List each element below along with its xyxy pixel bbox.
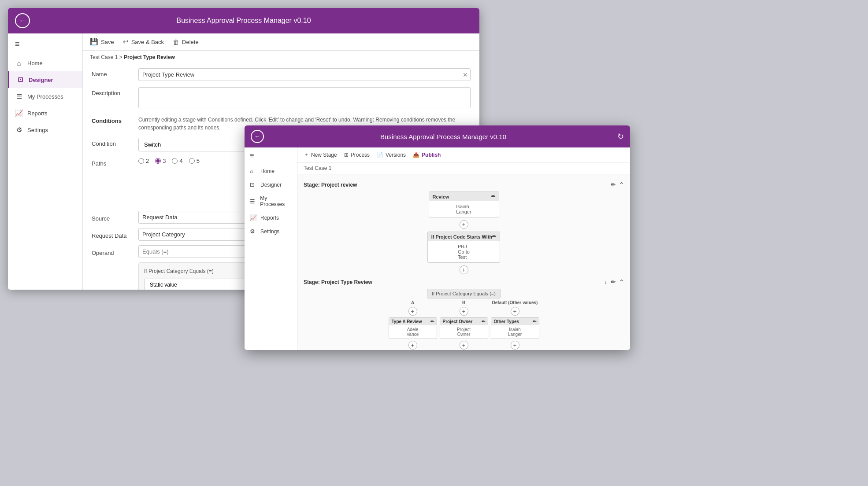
win2-reports-icon: 📈 xyxy=(250,214,257,221)
if-project-code-edit-icon[interactable]: ✏ xyxy=(492,234,496,239)
save-back-button[interactable]: ↩ Save & Back xyxy=(123,38,164,46)
home-icon: ⌂ xyxy=(15,59,23,67)
win2-sidebar-settings[interactable]: ⚙ Settings xyxy=(245,225,297,238)
path-radio-3-input[interactable] xyxy=(155,158,161,164)
switch-path-a: A + Type A Review ✏ AdeleVance xyxy=(389,300,437,350)
win2-designer-icon: ⊡ xyxy=(250,181,257,188)
path-radio-2[interactable]: 2 xyxy=(138,158,149,164)
win2-sidebar: ≡ ⌂ Home ⊡ Designer ☰ My Processes 📈 Rep… xyxy=(245,147,297,350)
plus-btn-path-default[interactable]: + xyxy=(511,307,519,316)
plus-btn-path-a-bottom[interactable]: + xyxy=(408,341,417,350)
versions-icon: 📄 xyxy=(377,152,383,158)
type-a-review-title: Type A Review xyxy=(392,319,422,324)
project-owner-person: ProjectOwner xyxy=(457,327,471,337)
win2-toolbar: ＋ New Stage ⊞ Process 📄 Versions 📤 Publi… xyxy=(297,147,630,162)
switch-condition-top: If Project Category Equals (=) xyxy=(304,289,624,298)
path-radio-5[interactable]: 5 xyxy=(189,158,200,164)
plus-btn-after-if[interactable]: + xyxy=(460,265,468,274)
save-label: Save xyxy=(101,39,114,45)
sidebar-menu-icon[interactable]: ≡ xyxy=(8,33,82,55)
switch-paths-container: A + Type A Review ✏ AdeleVance xyxy=(304,300,624,350)
other-types-edit-icon[interactable]: ✏ xyxy=(533,319,536,324)
if-project-code-card: If Project Code Starts With ✏ PRJGo toTe… xyxy=(427,232,501,263)
win2-sidebar-myprocesses[interactable]: ☰ My Processes xyxy=(245,191,297,211)
path-radio-4-input[interactable] xyxy=(172,158,178,164)
sidebar-item-settings[interactable]: ⚙ Settings xyxy=(8,122,82,138)
reports-icon: 📈 xyxy=(15,109,23,117)
publish-button[interactable]: 📤 Publish xyxy=(413,152,441,158)
refresh-icon[interactable]: ↻ xyxy=(617,132,624,141)
other-types-header: Other Types ✏ xyxy=(491,318,539,325)
plus-btn-path-b[interactable]: + xyxy=(460,307,468,316)
win2-home-label: Home xyxy=(260,168,274,174)
publish-label: Publish xyxy=(422,152,441,158)
other-types-person: IsaiahLanger xyxy=(508,327,522,337)
plus-btn-path-a[interactable]: + xyxy=(408,307,417,316)
other-types-title: Other Types xyxy=(494,319,519,324)
source-label: Source xyxy=(92,213,131,222)
edit-icon-review[interactable]: ✏ xyxy=(611,181,616,188)
delete-label: Delete xyxy=(182,39,199,45)
name-clear-icon[interactable]: ✕ xyxy=(463,71,468,78)
path-radio-5-input[interactable] xyxy=(189,158,195,164)
down-icon-ptr[interactable]: ↓ xyxy=(605,279,608,285)
win2-sidebar-reports[interactable]: 📈 Reports xyxy=(245,211,297,225)
save-button[interactable]: 💾 Save xyxy=(90,38,114,46)
path-radio-4[interactable]: 4 xyxy=(172,158,182,164)
delete-button[interactable]: 🗑 Delete xyxy=(173,38,199,46)
breadcrumb: Test Case 1 > Project Type Review xyxy=(83,51,479,64)
sidebar-item-reports[interactable]: 📈 Reports xyxy=(8,105,82,122)
path-radio-2-input[interactable] xyxy=(138,158,144,164)
delete-icon: 🗑 xyxy=(173,38,179,46)
win2-canvas[interactable]: Stage: Project review ✏ ⌃ Review ✏ Isaia… xyxy=(297,174,630,350)
name-input[interactable] xyxy=(138,68,471,81)
breadcrumb-current: Project Type Review xyxy=(124,54,175,60)
publish-icon: 📤 xyxy=(413,152,419,158)
process-icon: ⊞ xyxy=(344,152,349,158)
sidebar-item-myprocesses[interactable]: ☰ My Processes xyxy=(8,88,82,105)
sidebar-myprocesses-label: My Processes xyxy=(27,93,63,100)
path-2-label: 2 xyxy=(146,158,149,164)
expand-icon-review[interactable]: ⌃ xyxy=(619,181,624,188)
win2-sidebar-home[interactable]: ⌂ Home xyxy=(245,164,297,178)
stage-ptr-actions: ↓ ✏ ⌃ xyxy=(605,279,624,285)
plus-btn-path-b-bottom[interactable]: + xyxy=(460,341,468,350)
path-b-label: B xyxy=(462,300,465,305)
win2-settings-icon: ⚙ xyxy=(250,228,257,235)
type-a-person: AdeleVance xyxy=(407,327,419,337)
project-owner-edit-icon[interactable]: ✏ xyxy=(482,319,485,324)
if-project-code-header: If Project Code Starts With ✏ xyxy=(428,232,500,241)
process-button[interactable]: ⊞ Process xyxy=(344,152,370,158)
win2-settings-label: Settings xyxy=(260,228,279,235)
win2-back-button[interactable]: ← xyxy=(251,130,264,143)
description-input-wrap xyxy=(138,87,471,110)
new-stage-label: New Stage xyxy=(311,152,337,158)
win2-sidebar-designer[interactable]: ⊡ Designer xyxy=(245,178,297,191)
win1-back-button[interactable]: ← xyxy=(15,13,30,28)
win2-home-icon: ⌂ xyxy=(250,168,257,174)
expand-icon-ptr[interactable]: ⌃ xyxy=(619,279,624,285)
type-a-review-node: Type A Review ✏ AdeleVance xyxy=(389,317,437,339)
plus-btn-path-default-bottom[interactable]: + xyxy=(511,341,519,350)
operand-label: Operand xyxy=(92,247,131,256)
win2-menu-icon[interactable]: ≡ xyxy=(245,147,297,164)
sidebar-item-home[interactable]: ⌂ Home xyxy=(8,55,82,71)
process-label: Process xyxy=(351,152,370,158)
review-node-edit-icon[interactable]: ✏ xyxy=(491,194,495,199)
conditions-label: Conditions xyxy=(92,116,131,124)
description-textarea[interactable] xyxy=(138,87,471,108)
sidebar-item-designer[interactable]: ⊡ Designer xyxy=(8,71,82,88)
review-node-person: IsaiahLanger xyxy=(456,204,471,214)
sidebar-designer-label: Designer xyxy=(29,77,53,83)
new-stage-icon: ＋ xyxy=(304,151,309,158)
path-5-label: 5 xyxy=(197,158,200,164)
type-a-edit-icon[interactable]: ✏ xyxy=(430,319,434,324)
versions-button[interactable]: 📄 Versions xyxy=(377,152,406,158)
edit-icon-ptr[interactable]: ✏ xyxy=(611,279,616,285)
plus-btn-after-review[interactable]: + xyxy=(460,220,468,229)
request-data-label: Request Data xyxy=(92,230,131,239)
new-stage-button[interactable]: ＋ New Stage xyxy=(304,151,337,158)
path-radio-3[interactable]: 3 xyxy=(155,158,166,164)
other-types-body: IsaiahLanger xyxy=(491,325,539,339)
review-node-body: IsaiahLanger xyxy=(429,201,499,217)
